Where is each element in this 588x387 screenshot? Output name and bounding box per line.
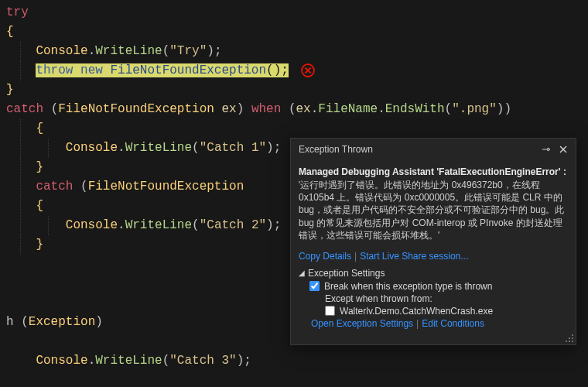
id-console: Console (36, 44, 87, 58)
keyword-try: try (6, 5, 29, 19)
popup-titlebar[interactable]: Exception Thrown (291, 139, 576, 160)
param-ex: ex (221, 102, 236, 116)
break-when-thrown-checkbox[interactable] (309, 281, 320, 291)
svg-point-10 (572, 341, 573, 342)
except-when-thrown-from-label: Except when thrown from: (299, 293, 568, 304)
keyword-when: when (244, 102, 289, 116)
svg-point-8 (566, 341, 567, 342)
popup-body: Managed Debugging Assistant 'FatalExecut… (291, 160, 576, 245)
code-line: { (0, 119, 588, 139)
brace-open: { (6, 25, 14, 39)
current-statement-highlight: throw new FileNotFoundException(); (36, 63, 289, 77)
type-exception: Exception (29, 315, 95, 329)
code-line: Console.WriteLine("Try"); (0, 42, 588, 61)
svg-point-9 (569, 341, 570, 342)
open-exception-settings-link[interactable]: Open Exception Settings (311, 318, 413, 329)
keyword-catch: catch (6, 102, 43, 116)
svg-point-5 (572, 334, 573, 336)
close-icon[interactable] (557, 143, 569, 156)
method-writeline: WriteLine (95, 44, 162, 58)
resize-grip-icon[interactable] (565, 334, 574, 343)
popup-action-links: Copy Details|Start Live Share session... (291, 245, 576, 266)
code-line: try (0, 3, 588, 22)
code-line: { (0, 22, 588, 42)
exception-error-icon[interactable] (301, 63, 315, 77)
pin-icon[interactable] (540, 143, 552, 156)
code-line: catch (FileNotFoundException ex) when (e… (0, 100, 588, 119)
exception-message-text: '运行时遇到了错误。此错误的地址为 0x496372b0，在线程 0x105b4… (299, 179, 568, 241)
except-from-exe-label: Walterlv.Demo.CatchWhenCrash.exe (340, 306, 493, 317)
exception-message-title: Managed Debugging Assistant 'FatalExecut… (299, 166, 568, 177)
code-line: Console.WriteLine("Catch 3"); (0, 351, 588, 371)
edit-conditions-link[interactable]: Edit Conditions (422, 318, 484, 329)
svg-point-7 (572, 337, 573, 339)
exception-settings-expander[interactable]: ◢ Exception Settings (299, 268, 568, 279)
exception-settings-section: ◢ Exception Settings Break when this exc… (291, 266, 576, 344)
except-from-exe-checkbox[interactable] (325, 306, 335, 316)
exception-settings-label: Exception Settings (308, 268, 385, 279)
copy-details-link[interactable]: Copy Details (299, 251, 351, 262)
type-filenotfound: FileNotFoundException (110, 63, 266, 77)
start-live-share-link[interactable]: Start Live Share session... (360, 251, 468, 262)
code-line: } (0, 80, 588, 100)
popup-title-text: Exception Thrown (299, 144, 535, 155)
chevron-down-icon: ◢ (299, 269, 305, 277)
string-literal: "Try" (169, 44, 207, 58)
brace-close: } (6, 83, 14, 97)
break-when-thrown-label: Break when this exception type is thrown (324, 281, 492, 292)
svg-point-6 (569, 337, 570, 339)
code-line-current: throw new FileNotFoundException(); (0, 61, 588, 80)
keyword-throw: throw (36, 63, 73, 77)
exception-popup: Exception Thrown Managed Debugging Assis… (290, 138, 576, 345)
